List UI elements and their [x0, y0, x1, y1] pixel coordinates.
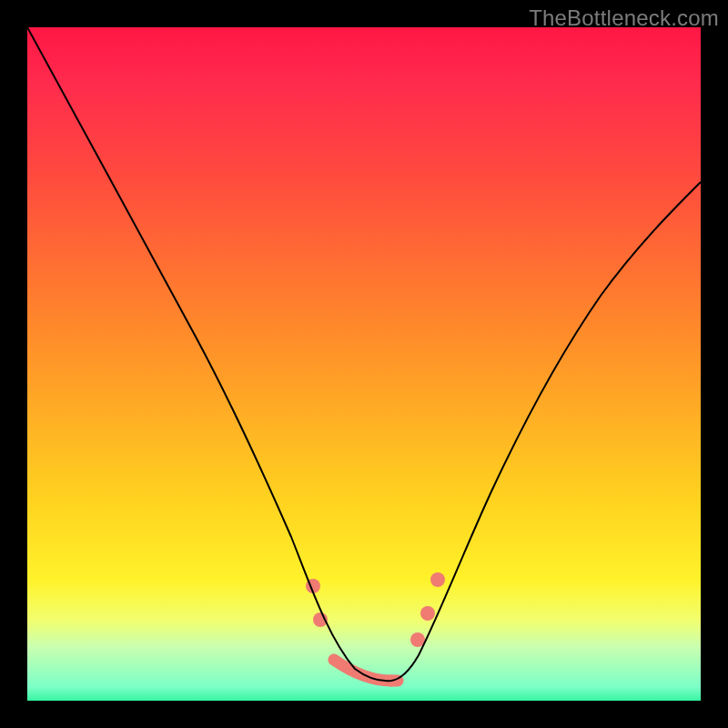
chart-svg [27, 27, 701, 701]
svg-point-4 [430, 572, 445, 587]
svg-point-3 [420, 606, 435, 621]
bottleneck-curve [27, 27, 701, 681]
valley-markers [306, 572, 445, 681]
plot-area [27, 27, 701, 701]
watermark-text: TheBottleneck.com [529, 5, 719, 31]
chart-frame: TheBottleneck.com [0, 0, 728, 728]
